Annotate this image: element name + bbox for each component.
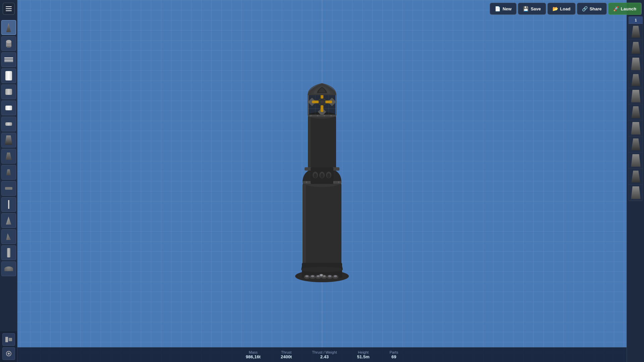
nose-cone-shape	[6, 23, 11, 32]
thrust-label: Thrust	[281, 350, 291, 354]
stage-part-5[interactable]	[629, 88, 643, 104]
save-icon: 💾	[523, 6, 529, 11]
parts-label: Parts	[389, 350, 398, 354]
separator-shape	[5, 187, 12, 190]
share-icon: 🔗	[582, 6, 588, 11]
svg-point-57	[320, 173, 324, 178]
hamburger-icon	[6, 6, 12, 11]
stage-part-6[interactable]	[629, 104, 643, 120]
share-button[interactable]: 🔗 Share	[577, 3, 607, 15]
svg-rect-66	[4, 61, 13, 62]
part-capsule[interactable]	[1, 36, 16, 51]
part-fin-large[interactable]	[1, 213, 16, 228]
svg-point-15	[320, 274, 323, 276]
parts-value: 69	[391, 354, 396, 359]
stage-part-1[interactable]	[629, 24, 643, 40]
stage-part-3[interactable]	[629, 56, 643, 72]
part-engine-med[interactable]	[1, 149, 16, 164]
capsule-shape	[5, 39, 12, 48]
part-engine-small[interactable]	[1, 165, 16, 180]
stage-part-engine-2	[632, 42, 640, 54]
bottom-left-panel	[0, 331, 17, 362]
stat-parts: Parts 69	[389, 350, 398, 359]
part-parachute[interactable]	[1, 261, 16, 276]
load-button[interactable]: 📂 Load	[547, 3, 576, 15]
mass-value: 986,16t	[246, 354, 261, 359]
stage-part-11[interactable]	[629, 185, 643, 201]
svg-rect-65	[4, 60, 13, 61]
staging-icon	[5, 337, 12, 342]
svg-rect-16	[303, 182, 341, 266]
left-parts-panel	[0, 0, 17, 362]
part-separator[interactable]	[1, 181, 16, 196]
launch-label: Launch	[621, 6, 636, 11]
engine-med-shape	[6, 153, 12, 160]
launch-button[interactable]: 🚀 Launch	[608, 3, 641, 15]
svg-point-8	[305, 275, 309, 277]
stat-height: Height 51.5m	[357, 350, 370, 359]
new-label: New	[502, 6, 512, 11]
svg-rect-21	[308, 115, 311, 171]
stage-part-engine-10	[632, 171, 640, 183]
part-landing-leg[interactable]	[1, 245, 16, 260]
canvas-area[interactable]	[0, 0, 644, 362]
leg-shape	[7, 248, 10, 257]
tank-med-shape	[5, 89, 12, 95]
svg-rect-19	[308, 115, 336, 171]
stage-part-9[interactable]	[629, 153, 643, 169]
svg-rect-38	[308, 115, 336, 117]
stage-part-engine-9	[631, 154, 641, 167]
part-tank-small[interactable]	[1, 101, 16, 115]
new-button[interactable]: 📄 New	[490, 3, 517, 15]
svg-rect-62	[7, 46, 11, 48]
svg-rect-67	[5, 337, 8, 342]
parachute-shape	[4, 266, 13, 271]
svg-point-9	[311, 275, 314, 277]
new-icon: 📄	[495, 6, 500, 11]
stage-part-4[interactable]	[629, 72, 643, 88]
tank-small-shape	[5, 106, 12, 110]
svg-rect-17	[303, 182, 306, 266]
settings-button[interactable]	[2, 347, 15, 360]
load-label: Load	[560, 6, 571, 11]
part-tank-med[interactable]	[1, 84, 16, 99]
stage-part-engine-1	[632, 26, 640, 38]
settings-icon	[5, 350, 12, 357]
svg-rect-45	[306, 181, 307, 183]
part-nose-cone[interactable]	[1, 20, 16, 35]
stage-part-10[interactable]	[629, 169, 643, 185]
tank-large-shape	[5, 71, 12, 80]
thrust-value: 2400t	[281, 354, 292, 359]
fin-small-shape	[6, 233, 11, 240]
stage-part-2[interactable]	[629, 40, 643, 56]
part-engine-large[interactable]	[1, 133, 16, 147]
save-button[interactable]: 💾 Save	[518, 3, 546, 15]
part-tank-xs[interactable]	[1, 117, 16, 131]
part-tank-large[interactable]	[1, 68, 16, 83]
stage-part-7[interactable]	[629, 120, 643, 136]
tank-xs-shape	[5, 122, 12, 126]
svg-rect-51	[338, 181, 339, 183]
part-fairing[interactable]	[1, 52, 16, 67]
svg-point-70	[8, 353, 10, 355]
part-fin-small[interactable]	[1, 229, 16, 244]
mass-label: Mass	[249, 350, 258, 354]
svg-point-13	[334, 275, 337, 277]
svg-point-59	[301, 267, 343, 272]
stat-tw: Thrust / Weight 2.43	[312, 350, 337, 359]
svg-rect-44	[330, 115, 332, 116]
staging-button[interactable]	[2, 333, 15, 346]
fin-large-shape	[6, 217, 11, 225]
stage-part-engine-4	[632, 74, 640, 86]
stage-part-engine-7	[631, 122, 641, 135]
svg-rect-43	[324, 115, 325, 116]
part-strut[interactable]	[1, 197, 16, 212]
tw-value: 2.43	[320, 354, 329, 359]
load-icon: 📂	[552, 6, 558, 11]
stage-part-engine-5	[631, 90, 641, 103]
engine-small-shape	[6, 169, 11, 175]
svg-rect-41	[310, 115, 312, 116]
stat-thrust: Thrust 2400t	[281, 350, 292, 359]
stage-part-8[interactable]	[629, 136, 643, 153]
menu-button[interactable]	[3, 3, 15, 15]
